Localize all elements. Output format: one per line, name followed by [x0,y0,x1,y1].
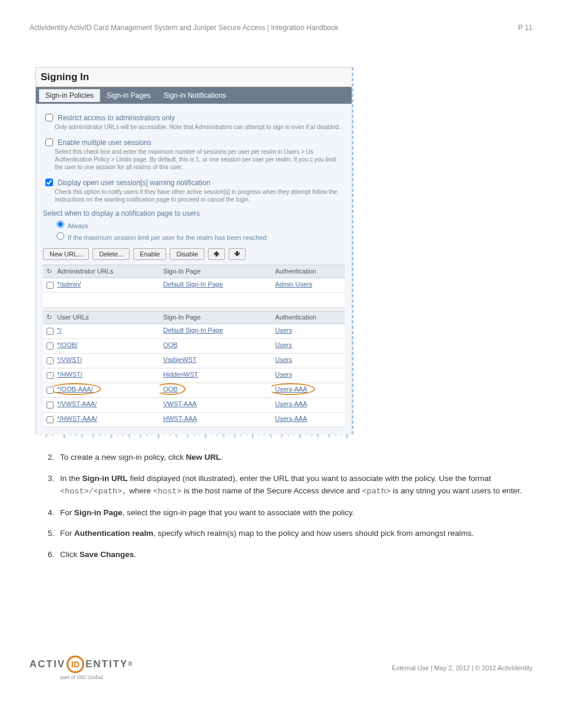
user-urls-table: ↻ User URLs Sign-In Page Authentication … [43,311,345,427]
col-auth: Authentication [272,311,342,324]
doc-title: ActivIdentity ActivID Card Management Sy… [29,24,339,32]
logo-id-icon: ID [67,655,84,673]
disable-button[interactable]: Disable [170,248,204,260]
admin-urls-table: ↻ Administrator URLs Sign-In Page Authen… [43,265,345,308]
row-checkbox[interactable] [47,401,54,409]
link[interactable]: VisibleWST [163,356,197,363]
link[interactable]: Users-AAA [275,386,307,393]
table-row: */Default Sign-In PageUsers [43,324,345,339]
form-area: Restrict access to administrators only O… [36,104,352,434]
link[interactable]: Users [275,327,292,334]
radio-always[interactable] [57,220,64,228]
step-3: In the Sign-in URL field displayed (not … [57,472,533,498]
table-row: */OOB-AAA/OOBUsers-AAA [43,383,345,398]
multiple-sessions-desc: Select this check box and enter the maxi… [55,148,345,171]
row-checkbox[interactable] [47,328,54,335]
button-row: New URL... Delete... Enable Disable 🡹 🡻 [43,248,345,260]
step-6: Click Save Changes. [57,548,533,561]
new-url-button[interactable]: New URL... [43,248,89,260]
table-row: */VWST-AAA/VWST-AAAUsers-AAA [43,398,345,413]
move-down-button[interactable]: 🡻 [229,248,246,260]
link[interactable]: */VWST-AAA/ [57,400,97,407]
warning-notification-checkbox[interactable] [45,179,53,186]
row-checkbox[interactable] [47,357,54,364]
radio-maxlimit[interactable] [57,232,64,240]
link[interactable]: */HWST/ [57,371,82,378]
col-auth: Authentication [272,265,342,278]
link[interactable]: VWST-AAA [163,400,197,407]
col-signin-page: Sign-In Page [160,265,272,278]
link[interactable]: Users-AAA [275,400,307,407]
table-row: */HWST/HiddenWSTUsers [43,368,345,383]
row-checkbox[interactable] [47,416,54,423]
move-up-button[interactable]: 🡹 [208,248,225,260]
page-footer: ACTIV ID ENTITY® part of HID Global Exte… [29,655,533,680]
restrict-admin-checkbox[interactable] [45,114,53,121]
reload-icon[interactable]: ↻ [43,311,54,324]
restrict-admin-label: Restrict access to administrators only [58,114,175,122]
link[interactable]: */admin/ [57,281,81,288]
step-2: To create a new sign-in policy, click Ne… [57,451,533,464]
row-checkbox[interactable] [47,282,54,289]
notification-select-label: Select when to display a notification pa… [43,209,345,218]
link[interactable]: */OOB/ [57,341,78,348]
link[interactable]: Default Sign-In Page [163,281,223,288]
table-row: */VWST/VisibleWSTUsers [43,354,345,368]
multiple-sessions-label: Enable multiple user sessions [58,139,151,147]
instructions: To create a new sign-in policy, click Ne… [29,451,533,561]
logo: ACTIV ID ENTITY® part of HID Global [29,655,134,680]
tab-bar: Sign-in Policies Sign-in Pages Sign-in N… [36,87,352,104]
table-row: */HWST-AAA/HWST-AAAUsers-AAA [43,413,345,427]
row-checkbox[interactable] [47,387,54,394]
table-row: */OOB/OOBUsers [43,339,345,354]
link[interactable]: */OOB-AAA/ [57,386,93,393]
link[interactable]: Users [275,341,292,348]
tab-signin-policies[interactable]: Sign-in Policies [39,89,100,102]
link[interactable]: OOB [163,386,177,393]
page-header: ActivIdentity ActivID Card Management Sy… [29,24,533,32]
col-admin-urls: Administrator URLs [54,265,160,278]
col-signin-page: Sign-In Page [160,311,272,324]
footer-text: External Use | May 2, 2012 | © 2012 Acti… [392,664,533,671]
restrict-admin-desc: Only administrator URLs will be accessib… [55,123,345,131]
tab-signin-notifications[interactable]: Sign-in Notifications [157,89,233,102]
table-row: */admin/Default Sign-In PageAdmin Users [43,278,345,293]
row-checkbox[interactable] [47,372,54,379]
warning-notification-desc: Check this option to notify users if the… [55,188,345,203]
warning-notification-label: Display open user session[s] warning not… [58,179,210,187]
link[interactable]: Admin Users [275,281,312,288]
link[interactable]: HWST-AAA [163,415,197,422]
link[interactable]: */ [57,327,61,334]
signin-screenshot: Signing In Sign-in Policies Sign-in Page… [35,67,353,434]
link[interactable]: Default Sign-In Page [163,327,223,334]
delete-button[interactable]: Delete... [92,248,130,260]
radio-always-wrap[interactable]: Always [54,219,345,229]
col-user-urls: User URLs [54,311,160,324]
row-checkbox[interactable] [47,342,54,350]
link[interactable]: HiddenWST [163,371,198,378]
panel-title: Signing In [36,68,352,87]
enable-button[interactable]: Enable [133,248,166,260]
step-5: For Authentication realm, specify which … [57,527,533,540]
link[interactable]: */VWST/ [57,356,82,363]
radio-maxlimit-wrap[interactable]: If the maximum session limit per user fo… [54,230,345,241]
link[interactable]: Users [275,371,292,378]
link[interactable]: Users [275,356,292,363]
link[interactable]: Users-AAA [275,415,307,422]
page-number: P 11 [518,24,533,32]
link[interactable]: */HWST-AAA/ [57,415,97,422]
reload-icon[interactable]: ↻ [43,265,54,278]
step-4: For Sign-in Page, select the sign-in pag… [57,506,533,519]
tab-signin-pages[interactable]: Sign-in Pages [100,89,157,102]
link[interactable]: OOB [163,341,177,348]
multiple-sessions-checkbox[interactable] [45,139,53,146]
